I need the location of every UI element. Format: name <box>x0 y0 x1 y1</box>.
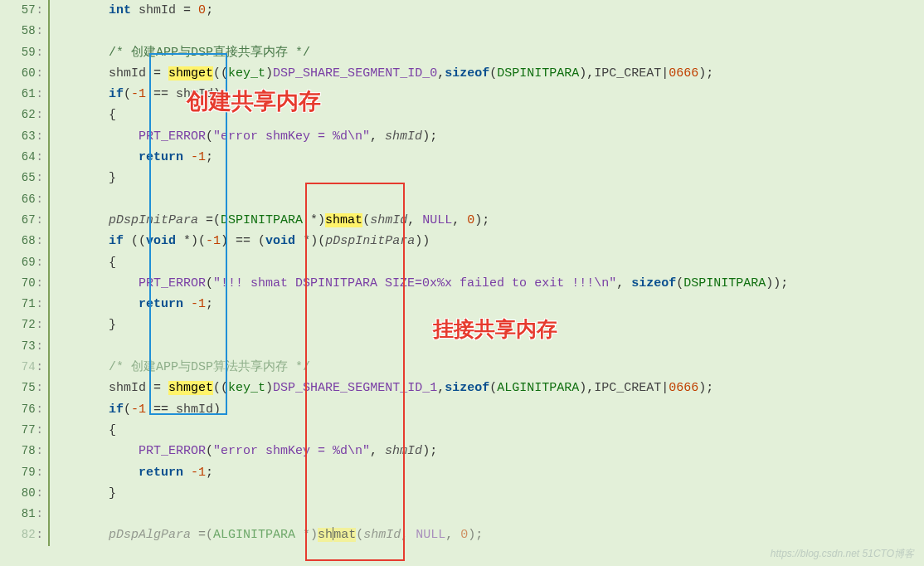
code-line: { <box>50 105 924 125</box>
code-token: == <box>146 87 176 101</box>
code-token: 0 <box>460 528 468 542</box>
code-token: ), <box>579 66 594 81</box>
code-line: shmId = shmget((key_t)DSP_SHARE_SEGMENT_… <box>50 63 924 84</box>
code-token: == <box>146 403 176 417</box>
code-token: "error shmKey = %d\n" <box>213 129 370 144</box>
code-token <box>56 297 139 311</box>
code-token: ); <box>698 66 713 81</box>
code-token <box>131 3 139 17</box>
code-token: *)( <box>176 234 206 248</box>
code-line: } <box>50 168 924 188</box>
line-number: 74 <box>0 357 48 378</box>
code-token: ( <box>206 444 213 458</box>
code-line: PRT_ERROR("!!! shmat DSPINITPARA SIZE=0x… <box>50 273 924 294</box>
code-token <box>56 360 109 374</box>
code-line: { <box>50 252 924 273</box>
code-token: ALGINITPARA <box>497 381 579 395</box>
code-token: /* 创建APP与DSP直接共享内存 */ <box>109 46 310 60</box>
code-token: sizeof <box>631 276 676 290</box>
code-token: shmId <box>139 3 176 17</box>
code-token: ) <box>213 403 221 417</box>
code-token: int <box>109 3 131 17</box>
code-line: if(-1 == shmId) <box>50 399 924 420</box>
code-token: sizeof <box>445 66 489 81</box>
code-token <box>56 213 109 227</box>
line-number: 60 <box>0 63 48 84</box>
line-number: 63 <box>0 126 48 147</box>
code-token <box>56 466 139 480</box>
code-token: /* 创建APP与DSP算法共享内存 */ <box>109 360 310 374</box>
code-token: "error shmKey = %d\n" <box>213 444 370 458</box>
code-token: shmId <box>385 444 422 458</box>
code-token: sh <box>318 528 333 542</box>
code-token: ) == ( <box>221 234 265 248</box>
code-token: DSPINITPARA <box>683 276 766 290</box>
code-token <box>56 276 139 290</box>
code-token: key_t <box>228 381 265 395</box>
code-token: key_t <box>228 66 265 81</box>
code-token: -1 <box>191 466 206 480</box>
line-number-gutter: 5758596061626364656667686970717273747576… <box>0 0 50 546</box>
code-line: PRT_ERROR("error shmKey = %d\n", shmId); <box>50 441 924 461</box>
code-token <box>56 129 139 144</box>
code-token: DSP_SHARE_SEGMENT_ID_0 <box>273 66 437 81</box>
line-number: 75 <box>0 378 48 398</box>
code-line <box>50 336 924 357</box>
code-token: (( <box>124 234 146 248</box>
code-line: if(-1 == shmId) <box>50 84 924 105</box>
code-token: PRT_ERROR <box>139 444 206 458</box>
code-token <box>176 3 183 17</box>
code-token: -1 <box>131 403 146 417</box>
code-token: ; <box>206 466 213 480</box>
line-number: 58 <box>0 21 48 41</box>
code-token: DSPINITPARA <box>221 213 303 227</box>
code-token: -1 <box>206 234 221 248</box>
code-token: -1 <box>191 297 206 311</box>
line-number: 81 <box>0 504 48 525</box>
code-token: = <box>146 381 168 395</box>
code-token: , <box>437 66 445 81</box>
code-token: ( <box>206 129 213 144</box>
code-token: , <box>437 381 445 395</box>
code-token: )); <box>766 276 788 290</box>
code-line <box>50 189 924 210</box>
code-token: ); <box>474 213 489 227</box>
code-token: IPC_CREAT <box>594 381 661 395</box>
code-token: ( <box>124 403 131 417</box>
code-token: IPC_CREAT <box>594 66 661 81</box>
code-token: if <box>109 403 124 417</box>
code-token: ) <box>265 381 273 395</box>
code-token: shmId <box>109 66 146 81</box>
line-number: 82 <box>0 525 48 545</box>
code-editor: 5758596061626364656667686970717273747576… <box>0 0 924 546</box>
line-number: 72 <box>0 315 48 335</box>
code-token: NULL <box>416 528 445 542</box>
code-line: return -1; <box>50 294 924 315</box>
code-token <box>56 46 109 60</box>
line-number: 64 <box>0 147 48 168</box>
code-token: , <box>616 276 631 290</box>
line-number: 71 <box>0 294 48 315</box>
line-number: 67 <box>0 210 48 231</box>
code-token: -1 <box>131 87 146 101</box>
code-token: pDspInitPara <box>325 234 415 248</box>
code-token: void <box>265 234 295 248</box>
code-line: /* 创建APP与DSP直接共享内存 */ <box>50 42 924 63</box>
code-line: pDspInitPara =(DSPINITPARA *)shmat(shmId… <box>50 210 924 231</box>
code-token: ; <box>206 3 213 17</box>
code-token: , <box>445 528 460 542</box>
code-token: shmId <box>363 528 401 542</box>
code-token <box>183 297 191 311</box>
code-token: =( <box>198 213 221 227</box>
code-token: ( <box>676 276 683 290</box>
code-token: 0666 <box>669 381 698 395</box>
code-token: mat <box>333 528 356 542</box>
code-token <box>183 150 191 164</box>
code-token: shmget <box>168 66 213 81</box>
code-token: shmId <box>176 403 213 417</box>
code-token: , <box>407 213 422 227</box>
code-token: ( <box>356 528 363 542</box>
code-token: (( <box>213 66 228 81</box>
code-token: 0666 <box>669 66 698 81</box>
code-token: ) <box>265 66 273 81</box>
